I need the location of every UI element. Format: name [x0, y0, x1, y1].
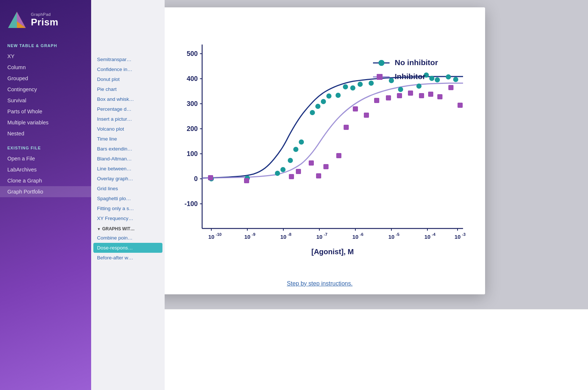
svg-text:-6: -6	[360, 232, 363, 237]
svg-rect-68	[208, 175, 213, 180]
menu-item-xy-frequency[interactable]: XY Frequency…	[91, 213, 165, 223]
svg-rect-84	[428, 92, 433, 97]
bottom-option-shading-grid[interactable]: Shading between grid lines	[103, 328, 577, 336]
logo-graphpad: GraphPad	[31, 12, 58, 17]
menu-item-bars-extending[interactable]: Bars extendin…	[91, 144, 165, 154]
menu-item-pie-chart[interactable]: Pie chart	[91, 84, 165, 94]
new-table-section-label: NEW TABLE & GRAPH	[0, 37, 91, 51]
sidebar-item-grouped[interactable]: Grouped	[0, 73, 91, 84]
sidebar-item-multiple-variables[interactable]: Multiple variables	[0, 117, 91, 128]
menu-item-bland-altman[interactable]: Bland-Altman…	[91, 154, 165, 164]
svg-text:500: 500	[187, 50, 198, 57]
svg-text:-100: -100	[184, 200, 198, 208]
logo-icon	[7, 10, 26, 29]
svg-rect-78	[364, 113, 369, 118]
svg-point-54	[326, 93, 331, 99]
svg-point-48	[288, 158, 293, 163]
sidebar-item-nested[interactable]: Nested	[0, 128, 91, 139]
svg-text:0: 0	[194, 175, 198, 182]
graph-card: 500 400 300 200 100 0 -100	[154, 7, 485, 294]
svg-text:10: 10	[455, 234, 461, 240]
svg-point-47	[280, 167, 286, 172]
svg-text:Inhibitor: Inhibitor	[395, 72, 426, 81]
step-by-step-link[interactable]: Step by step instructions.	[287, 280, 353, 287]
svg-point-51	[310, 110, 315, 115]
sidebar-item-parts-of-whole[interactable]: Parts of Whole	[0, 106, 91, 117]
svg-point-60	[389, 78, 394, 83]
menu-item-before-after[interactable]: Before-after w…	[91, 253, 165, 263]
sidebar-item-column[interactable]: Column	[0, 62, 91, 73]
menu-item-box-whisker[interactable]: Box and whisk…	[91, 94, 165, 104]
svg-text:-7: -7	[324, 232, 327, 237]
svg-point-66	[446, 74, 451, 79]
svg-rect-75	[336, 153, 341, 158]
svg-point-53	[321, 99, 326, 104]
svg-text:-10: -10	[216, 232, 222, 237]
menu-item-confidence-in[interactable]: Confidence in…	[91, 64, 165, 74]
svg-rect-70	[289, 174, 294, 179]
svg-text:10: 10	[424, 234, 431, 240]
svg-point-55	[336, 93, 341, 98]
svg-point-90	[379, 60, 384, 66]
svg-point-46	[275, 171, 280, 176]
svg-point-58	[358, 82, 363, 87]
svg-rect-85	[437, 94, 442, 99]
sidebar-item-contingency[interactable]: Contingency	[0, 84, 91, 95]
svg-text:400: 400	[187, 75, 198, 82]
sidebar-item-open-file[interactable]: Open a File	[0, 153, 91, 164]
sidebar-item-survival[interactable]: Survival	[0, 95, 91, 106]
sidebar-item-xy[interactable]: XY	[0, 51, 91, 62]
svg-rect-77	[353, 106, 358, 111]
svg-text:-5: -5	[396, 232, 399, 237]
svg-point-56	[343, 84, 348, 89]
menu-item-percentage-d[interactable]: Percentage d…	[91, 104, 165, 114]
svg-text:10: 10	[316, 234, 323, 240]
menu-item-donut-plot[interactable]: Donut plot	[91, 74, 165, 84]
sidebar-item-labarchives[interactable]: LabArchives	[0, 164, 91, 175]
svg-point-52	[315, 104, 320, 109]
svg-point-65	[435, 77, 440, 82]
svg-point-49	[293, 147, 298, 152]
menu-item-fitting-only[interactable]: Fitting only a s…	[91, 203, 165, 213]
bottom-option-grouped-spacing[interactable]: Grouped graph spacing	[103, 339, 577, 347]
graphs-with-section: GRAPHS WIT…	[91, 223, 165, 233]
bottom-option-confidence-bands[interactable]: Confidence bands	[103, 317, 577, 325]
svg-rect-71	[296, 169, 301, 174]
menu-item-line-between[interactable]: Line between…	[91, 164, 165, 174]
menu-panel: Semitranspar… Confidence in… Donut plot …	[91, 0, 165, 390]
svg-rect-83	[419, 93, 424, 98]
logo-text: GraphPad Prism	[31, 12, 58, 28]
existing-file-section-label: EXISTING FILE	[0, 139, 91, 153]
sidebar-item-portfolio[interactable]: Graph Portfolio	[0, 186, 91, 197]
svg-rect-87	[458, 103, 463, 108]
dose-response-chart: 500 400 300 200 100 0 -100	[169, 18, 470, 277]
menu-item-overlay-graph[interactable]: Overlay graph…	[91, 174, 165, 184]
svg-point-59	[369, 81, 374, 86]
svg-text:10: 10	[280, 234, 287, 240]
menu-item-grid-lines[interactable]: Grid lines	[91, 184, 165, 194]
svg-text:300: 300	[187, 100, 198, 107]
svg-point-64	[429, 76, 434, 81]
svg-marker-1	[8, 12, 17, 28]
svg-rect-82	[408, 91, 413, 96]
sidebar-item-clone[interactable]: Clone a Graph	[0, 175, 91, 186]
menu-item-insert-picture[interactable]: Insert a pictur…	[91, 114, 165, 124]
logo-prism: Prism	[31, 17, 58, 28]
menu-item-semitransparent[interactable]: Semitranspar…	[91, 54, 165, 64]
svg-text:200: 200	[187, 125, 198, 132]
sidebar: GraphPad Prism NEW TABLE & GRAPH XY Colu…	[0, 0, 91, 390]
svg-point-57	[350, 85, 355, 91]
svg-text:-4: -4	[432, 232, 436, 237]
menu-item-timeline[interactable]: Time line	[91, 134, 165, 144]
svg-rect-79	[374, 98, 379, 103]
menu-item-dose-response[interactable]: Dose-respons…	[93, 243, 162, 253]
svg-rect-94	[377, 74, 383, 80]
menu-item-spaghetti[interactable]: Spaghetti plo…	[91, 194, 165, 203]
bottom-options-list: Confidence bands Shading between grid li…	[103, 317, 577, 347]
svg-text:[Agonist], M: [Agonist], M	[311, 248, 354, 256]
menu-item-volcano[interactable]: Volcano plot	[91, 124, 165, 134]
svg-text:-3: -3	[462, 232, 466, 237]
svg-text:-9: -9	[252, 232, 255, 237]
menu-item-combine-points[interactable]: Combine poin…	[91, 233, 165, 243]
logo-area: GraphPad Prism	[0, 0, 91, 37]
